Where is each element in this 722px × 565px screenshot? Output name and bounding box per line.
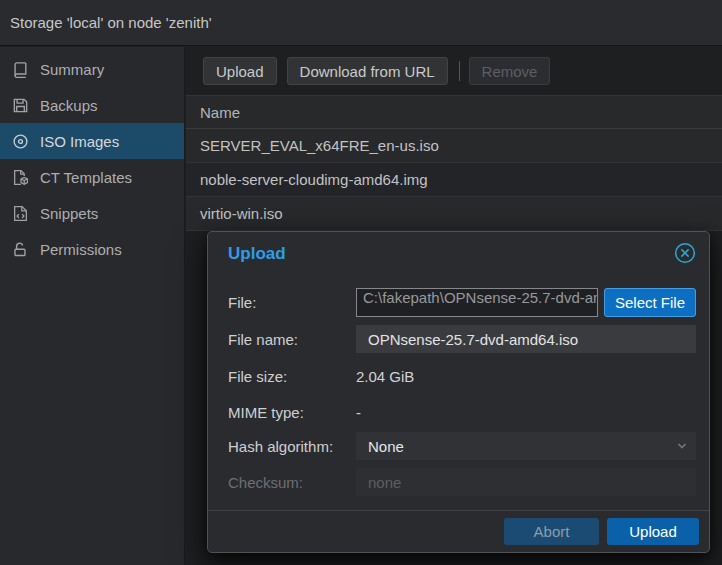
hash-algorithm-value: None bbox=[368, 438, 404, 455]
iso-images-table: Name SERVER_EVAL_x64FRE_en-us.iso noble-… bbox=[186, 95, 722, 231]
sidebar-item-iso-images[interactable]: ISO Images bbox=[0, 123, 184, 159]
sidebar-item-label: Snippets bbox=[40, 205, 98, 222]
mime-type-label: MIME type: bbox=[228, 404, 356, 421]
checksum-row: Checksum: bbox=[228, 468, 696, 496]
storage-sidebar: Summary Backups ISO Images bbox=[0, 47, 185, 565]
hash-algorithm-row: Hash algorithm: None bbox=[228, 432, 696, 460]
sidebar-item-snippets[interactable]: Snippets bbox=[0, 195, 184, 231]
select-file-button[interactable]: Select File bbox=[604, 288, 696, 317]
abort-button[interactable]: Abort bbox=[504, 518, 599, 545]
mime-type-value: - bbox=[356, 404, 361, 421]
remove-button[interactable]: Remove bbox=[469, 57, 551, 85]
file-size-row: File size: 2.04 GiB bbox=[228, 362, 696, 390]
mime-type-row: MIME type: - bbox=[228, 398, 696, 426]
unlock-icon bbox=[12, 241, 29, 258]
content-toolbar: Upload Download from URL Remove bbox=[186, 47, 722, 95]
column-header-name[interactable]: Name bbox=[186, 96, 722, 129]
checksum-label: Checksum: bbox=[228, 474, 356, 491]
proxmox-storage-screen: Storage 'local' on node 'zenith' Summary… bbox=[0, 0, 722, 565]
hash-algorithm-select[interactable]: None bbox=[356, 432, 696, 460]
table-row[interactable]: SERVER_EVAL_x64FRE_en-us.iso bbox=[186, 129, 722, 163]
file-cube-icon bbox=[12, 169, 29, 186]
file-row: File: C:\fakepath\OPNsense-25.7-dvd-amd6… bbox=[228, 288, 696, 317]
sidebar-item-label: Backups bbox=[40, 97, 98, 114]
sidebar-item-label: Summary bbox=[40, 61, 104, 78]
file-size-label: File size: bbox=[228, 368, 356, 385]
upload-dialog-header: Upload bbox=[208, 232, 709, 276]
table-row[interactable]: virtio-win.iso bbox=[186, 197, 722, 231]
hash-algorithm-label: Hash algorithm: bbox=[228, 438, 356, 455]
file-label: File: bbox=[228, 294, 356, 311]
file-size-value: 2.04 GiB bbox=[356, 368, 414, 385]
download-from-url-button[interactable]: Download from URL bbox=[287, 57, 448, 85]
floppy-icon bbox=[12, 97, 29, 114]
sidebar-item-label: Permissions bbox=[40, 241, 122, 258]
dialog-title: Upload bbox=[228, 244, 286, 264]
file-name-input[interactable]: OPNsense-25.7-dvd-amd64.iso bbox=[356, 325, 696, 353]
dialog-footer: Abort Upload bbox=[208, 510, 709, 552]
sidebar-item-backups[interactable]: Backups bbox=[0, 87, 184, 123]
file-name-label: File name: bbox=[228, 331, 356, 348]
file-path-input[interactable]: C:\fakepath\OPNsense-25.7-dvd-amd64.iso bbox=[356, 288, 598, 317]
toolbar-separator bbox=[459, 61, 460, 81]
page-title: Storage 'local' on node 'zenith' bbox=[10, 14, 212, 31]
panel-title-bar: Storage 'local' on node 'zenith' bbox=[0, 0, 722, 46]
file-name-row: File name: OPNsense-25.7-dvd-amd64.iso bbox=[228, 325, 696, 353]
sidebar-item-ct-templates[interactable]: CT Templates bbox=[0, 159, 184, 195]
sidebar-item-summary[interactable]: Summary bbox=[0, 51, 184, 87]
upload-button[interactable]: Upload bbox=[203, 57, 277, 85]
circle-x-icon[interactable] bbox=[673, 241, 697, 265]
file-code-icon bbox=[12, 205, 29, 222]
sidebar-item-permissions[interactable]: Permissions bbox=[0, 231, 184, 267]
chevron-down-icon bbox=[676, 440, 688, 452]
disc-icon bbox=[12, 133, 29, 150]
table-row[interactable]: noble-server-cloudimg-amd64.img bbox=[186, 163, 722, 197]
book-icon bbox=[12, 61, 29, 78]
sidebar-item-label: CT Templates bbox=[40, 169, 132, 186]
upload-dialog: Upload File: C:\fakepath\OPNsense-25.7-d… bbox=[207, 231, 710, 553]
dialog-upload-button[interactable]: Upload bbox=[607, 518, 699, 545]
sidebar-item-label: ISO Images bbox=[40, 133, 119, 150]
checksum-input[interactable] bbox=[356, 468, 696, 496]
